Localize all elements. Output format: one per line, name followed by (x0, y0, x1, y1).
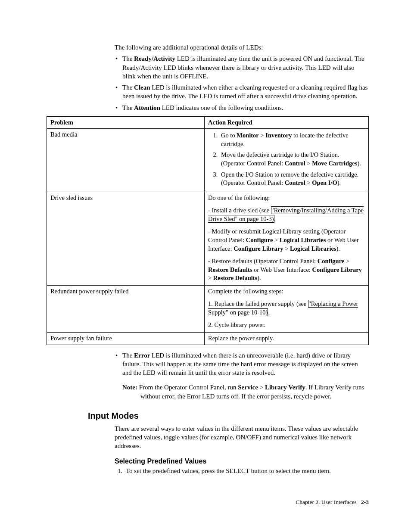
option: - Modify or resubmit Logical Library set… (208, 227, 365, 253)
bold-term: Library Verify (265, 384, 305, 391)
step: To set the predefined values, press the … (124, 467, 369, 475)
text: The (122, 55, 134, 62)
bold-term: Configure (318, 258, 345, 264)
text: Go to (221, 132, 237, 139)
table-row: Bad media Go to Monitor > Inventory to l… (47, 129, 369, 192)
cell-problem: Drive sled issues (47, 192, 205, 285)
text: > (259, 132, 265, 139)
text: > (258, 384, 265, 391)
subsection-heading-predefined: Selecting Predefined Values (115, 457, 369, 466)
text: The (122, 104, 134, 111)
bold-term: Move Cartridges (312, 160, 357, 167)
text: The (122, 352, 134, 359)
text: ). (357, 160, 361, 167)
step: Go to Monitor > Inventory to locate the … (219, 131, 365, 148)
led-bullet-list: The Ready/Activity LED is illuminated an… (115, 54, 369, 112)
bullet-ready-activity: The Ready/Activity LED is illuminated an… (115, 54, 369, 81)
bullet-error: The Error LED is illuminated when there … (115, 351, 369, 401)
text: LED is illuminated when there is an unre… (122, 352, 358, 376)
text: LED is illuminated when either a cleanin… (122, 84, 367, 100)
cell-action: Replace the power supply. (205, 333, 369, 345)
bold-term: Ready/Activity (134, 55, 175, 62)
bold-term: Monitor (237, 132, 259, 139)
note-label: Note: (122, 384, 137, 391)
chapter-label: Chapter 2. User Interfaces (296, 499, 357, 505)
text: 1. Replace the failed power supply (see (208, 300, 308, 307)
step: 1. Replace the failed power supply (see … (208, 300, 365, 317)
text: > (283, 245, 290, 252)
col-header-action: Action Required (205, 116, 369, 129)
cell-action: Do one of the following: - Install a dri… (205, 192, 369, 285)
bold-term: Error (134, 352, 150, 359)
text: > (305, 160, 312, 167)
bold-term: Restore Defaults (213, 274, 257, 281)
text: > (208, 274, 213, 281)
option: - Install a drive sled (see "Removing/In… (208, 206, 365, 223)
text: . (268, 309, 270, 316)
section-heading-input-modes: Input Modes (88, 410, 369, 422)
bold-term: Inventory (265, 132, 292, 139)
bold-term: Restore Defaults (208, 266, 252, 273)
cell-problem: Redundant power supply failed (47, 285, 205, 332)
bold-term: Control (285, 179, 305, 186)
error-led-section: The Error LED is illuminated when there … (115, 351, 369, 476)
text: - Install a drive sled (see (208, 207, 271, 214)
table-row: Drive sled issues Do one of the followin… (47, 192, 369, 285)
text: > (305, 179, 312, 186)
col-header-problem: Problem (47, 116, 205, 129)
text: From the Operator Control Panel, run (137, 384, 238, 391)
text: ). (337, 179, 341, 186)
text: ). (257, 274, 261, 281)
lead-text: Do one of the following: (208, 194, 365, 202)
bold-term: Attention (134, 104, 160, 111)
intro-paragraph: The following are additional operational… (115, 43, 369, 52)
bold-term: Open I/O (312, 179, 337, 186)
predefined-steps: To set the predefined values, press the … (115, 467, 369, 475)
bold-term: Control (285, 160, 305, 167)
led-details-section: The following are additional operational… (115, 43, 369, 112)
text: - Restore defaults (Operator Control Pan… (208, 258, 318, 264)
text: The (122, 84, 134, 91)
page-footer: Chapter 2. User Interfaces 2-3 (296, 498, 369, 506)
step: 2. Cycle library power. (208, 321, 365, 330)
bold-term: Logical Libraries (280, 236, 326, 243)
bold-term: Configure (246, 236, 273, 243)
input-modes-paragraph: There are several ways to enter values i… (115, 424, 369, 451)
cell-action: Complete the following steps: 1. Replace… (205, 285, 369, 332)
text: or Web User Interface: (252, 266, 312, 273)
text: > (273, 236, 279, 243)
cell-problem: Power supply fan failure (47, 333, 205, 345)
text: LED indicates one of the following condi… (160, 104, 283, 111)
text: . (274, 215, 276, 222)
attention-conditions-table: Problem Action Required Bad media Go to … (47, 116, 369, 345)
bold-term: Configure Library (234, 245, 283, 252)
table-row: Power supply fan failure Replace the pow… (47, 333, 369, 345)
bold-term: Service (238, 384, 258, 391)
bold-term: Logical Libraries (290, 245, 336, 252)
bold-term: Configure Library (312, 266, 362, 273)
note-block: Note: From the Operator Control Panel, r… (122, 383, 369, 401)
cell-action: Go to Monitor > Inventory to locate the … (205, 129, 369, 192)
step: Open the I/O Station to remove the defec… (219, 171, 365, 187)
cell-problem: Bad media (47, 129, 205, 192)
table-row: Redundant power supply failed Complete t… (47, 285, 369, 332)
lead-text: Complete the following steps: (208, 287, 365, 296)
bullet-clean: The Clean LED is illuminated when either… (115, 83, 369, 101)
bullet-attention: The Attention LED indicates one of the f… (115, 103, 369, 112)
bold-term: Clean (134, 84, 150, 91)
page-number: 2-3 (361, 499, 369, 505)
text: > (344, 258, 349, 264)
step: Move the defective cartridge to the I/O … (219, 151, 365, 168)
option: - Restore defaults (Operator Control Pan… (208, 257, 365, 283)
text: ). (336, 245, 340, 252)
